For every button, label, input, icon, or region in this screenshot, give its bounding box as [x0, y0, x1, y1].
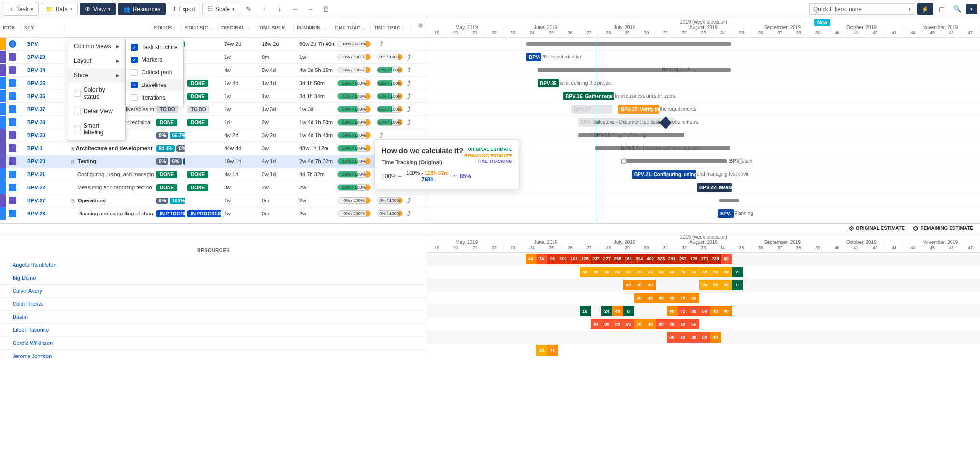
edit-icon[interactable]: ✎	[242, 2, 256, 16]
timeline-header: 2019 (week precision) May, 2019June, 201…	[427, 18, 980, 38]
task-button[interactable]: ＋Task▾	[3, 2, 39, 16]
table-row[interactable]: BPV-21 Configuring, using, and managing …	[0, 168, 427, 181]
resources-timeline-header: 2019 (week precision) May, 2019June, 201…	[427, 233, 980, 253]
resource-row[interactable]: Dastin	[0, 311, 427, 324]
table-row[interactable]: BPV-1 ⊞Architecture and development 94.4…	[0, 142, 427, 155]
resources-button[interactable]: 👥Resources	[118, 3, 166, 15]
calculation-tooltip: How do we calculate it? Time Tracking (O…	[374, 139, 519, 189]
table-row[interactable]: BPV-22 Measuring and reporting test co D…	[0, 181, 427, 194]
dd-show[interactable]: Show▸	[68, 68, 125, 83]
table-row[interactable]: BPV-36 Gather requirements fr DONE 1w 1w…	[0, 90, 427, 103]
now-line	[597, 38, 597, 223]
dd-column-views[interactable]: Column Views▸	[68, 39, 125, 54]
dd-detail-view[interactable]: Detail View	[68, 104, 125, 118]
resource-row[interactable]: Big Demo	[0, 271, 427, 285]
arrow-right-icon[interactable]: →	[304, 2, 317, 16]
more-menu-icon[interactable]: ▾	[966, 4, 977, 14]
column-headers: ICON KEY STATUS[CHILDRI STATUS[CHILDREN …	[0, 18, 427, 38]
task-grid: ⚙ ICON KEY STATUS[CHILDRI STATUS[CHILDRE…	[0, 18, 427, 223]
arrow-up-icon[interactable]: ↑	[257, 2, 271, 16]
sm-baselines[interactable]: ✓Baselines	[126, 79, 183, 91]
resource-row[interactable]: Calvin Avery	[0, 285, 427, 298]
sm-iterations[interactable]: Iterations	[126, 91, 183, 104]
table-row[interactable]: BPV-20 ⊟Testing 0%0%1002 19w 1d 4w 1d 2w…	[0, 155, 427, 168]
resource-row[interactable]: Colin Firenze	[0, 298, 427, 311]
view-button[interactable]: 👁View▾	[80, 3, 116, 15]
resource-row[interactable]: Gordie Wilkinson	[0, 337, 427, 350]
gantt-chart: 2019 (week precision) May, 2019June, 201…	[427, 18, 980, 223]
table-row[interactable]: BPV-29 TO DO 1w 0m 1w 0% / 100% 0% / 100…	[0, 51, 427, 64]
toolbar: ＋Task▾ 📁Data▾ 👁View▾ 👥Resources ⤴Export …	[0, 0, 980, 18]
table-row[interactable]: BPV-30 ⊞Project planning 0%66.7%021 4w 2…	[0, 129, 427, 142]
baseline-legend: ORIGINAL ESTIMATE REMAINING ESTIMATE	[0, 224, 980, 233]
export-button[interactable]: ⤴Export	[168, 3, 200, 15]
radio-remaining-estimate[interactable]: REMAINING ESTIMATE	[913, 226, 973, 231]
bolt-icon[interactable]: ⚡	[917, 3, 933, 15]
resource-row[interactable]: Eileen Tacorino	[0, 324, 427, 337]
search-icon[interactable]: 🔍	[951, 2, 964, 16]
resource-row[interactable]: Angela Hambleton	[0, 258, 427, 271]
resource-row[interactable]: Jerome Johnson	[0, 350, 427, 359]
arrow-down-icon[interactable]: ↓	[273, 2, 286, 16]
sm-task-structure[interactable]: ✓Task structure	[126, 41, 183, 54]
table-row[interactable]: BPV ⊟ 1937 74w 2d 16w 2d 60w 2d 7h 40m 1…	[0, 38, 427, 51]
show-submenu: ✓Task structure ✓Markers Critical path ✓…	[126, 39, 184, 106]
table-row[interactable]: BPV-37 Verify that project deliverables …	[0, 103, 427, 116]
table-row[interactable]: BPV-28 Planning and controlling of chan …	[0, 207, 427, 220]
dd-smart-labeling[interactable]: Smart labeling	[68, 118, 125, 140]
table-row[interactable]: BPV-27 ⊟Operations 0%100%010 1w 0m 2w 0%…	[0, 194, 427, 207]
scale-button[interactable]: ☰Scale▾	[202, 3, 240, 15]
grid-gear-icon[interactable]: ⚙	[418, 22, 423, 29]
calendar-icon[interactable]: ▢	[935, 2, 949, 16]
resources-list: RESOURCES Angela HambletonBig DemoCalvin…	[0, 233, 427, 359]
trash-icon[interactable]: 🗑	[319, 2, 333, 16]
dd-layout[interactable]: Layout▸	[68, 54, 125, 68]
view-dropdown: Column Views▸ Layout▸ Show▸ Color by sta…	[68, 39, 126, 140]
sm-markers[interactable]: ✓Markers	[126, 54, 183, 66]
now-badge: Now	[814, 19, 830, 26]
data-button[interactable]: 📁Data▾	[41, 3, 78, 15]
table-row[interactable]: BPV-34 ⊟ 103 4w 5w 4d 4w 3d 5h 15m 0% / …	[0, 64, 427, 77]
table-row[interactable]: BPV-35 DONE DONE 1w 4d 1w 1d 3d 1h 50m 6…	[0, 77, 427, 90]
table-row[interactable]: BPV-38 milestone - Document technical DO…	[0, 116, 427, 129]
arrow-left-icon[interactable]: ←	[288, 2, 302, 16]
sm-critical-path[interactable]: Critical path	[126, 66, 183, 79]
quick-filter-select[interactable]: Quick Filters: none▾	[809, 3, 915, 15]
resources-heatmap: 2019 (week precision) May, 2019June, 201…	[427, 233, 980, 359]
dd-color-by-status[interactable]: Color by status	[68, 83, 125, 104]
radio-original-estimate[interactable]: ORIGINAL ESTIMATE	[849, 226, 905, 231]
